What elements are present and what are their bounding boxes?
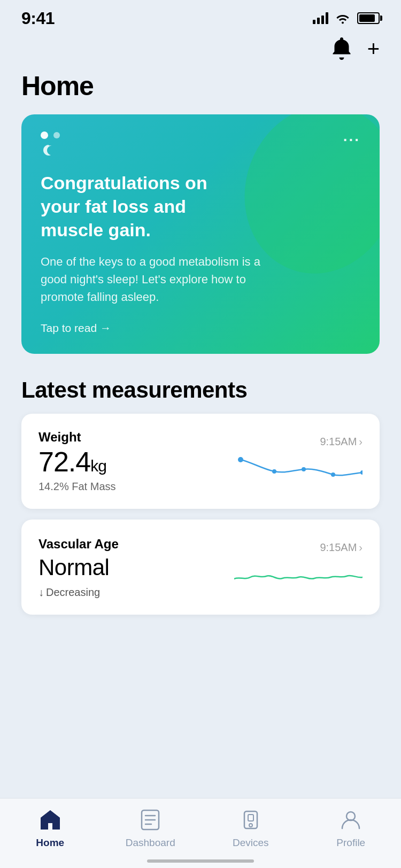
weight-card[interactable]: Weight 72.4kg 14.2% Fat Mass 9:15AM › [21, 414, 380, 509]
vascular-trend: ↓ Decreasing [38, 586, 119, 599]
top-action-bar: + [0, 32, 401, 65]
signal-icon [313, 12, 328, 24]
vascular-chart [234, 560, 363, 592]
home-tab-icon [37, 807, 63, 833]
svg-point-10 [249, 824, 252, 827]
svg-point-1 [272, 469, 276, 474]
weight-value: 72.4kg [38, 447, 116, 477]
dashboard-tab-icon [137, 807, 163, 833]
svg-rect-9 [244, 811, 257, 828]
svg-rect-11 [248, 815, 253, 821]
vascular-right: 9:15AM › [234, 541, 363, 592]
vascular-time: 9:15AM › [320, 541, 363, 554]
dashboard-tab-label: Dashboard [126, 837, 175, 849]
hero-title: Congratulations on your fat loss and mus… [41, 171, 244, 242]
hero-more-icon[interactable]: ··· [343, 131, 360, 149]
section-measurements-title: Latest measurements [0, 354, 401, 414]
status-bar: 9:41 [0, 0, 401, 32]
svg-point-3 [331, 472, 335, 477]
tab-bar: Home Dashboard Devices [0, 798, 401, 868]
home-tab-label: Home [36, 837, 64, 849]
status-time: 9:41 [21, 9, 55, 28]
hero-dot-2 [53, 132, 60, 138]
weight-right: 9:15AM › [234, 436, 363, 486]
svg-point-4 [360, 470, 363, 475]
weight-time: 9:15AM › [320, 436, 363, 448]
plus-icon: + [367, 38, 380, 59]
bell-icon [332, 37, 351, 60]
vascular-card[interactable]: Vascular Age Normal ↓ Decreasing 9:15AM … [21, 520, 380, 615]
status-icons [313, 12, 380, 24]
hero-body: One of the keys to a good metabolism is … [41, 253, 265, 306]
vascular-info: Vascular Age Normal ↓ Decreasing [38, 536, 119, 599]
weight-chart [234, 454, 363, 486]
hero-card[interactable]: ··· Congratulations on your fat loss and… [21, 114, 380, 354]
vascular-label: Vascular Age Normal [38, 536, 119, 583]
weight-label: Weight [38, 430, 116, 445]
profile-tab-label: Profile [336, 837, 365, 849]
hero-cta[interactable]: Tap to read → [41, 322, 111, 334]
hero-dot-1 [41, 131, 48, 139]
devices-tab-label: Devices [233, 837, 269, 849]
page-title: Home [0, 65, 401, 114]
wifi-icon [335, 12, 351, 24]
vascular-chevron: › [359, 541, 363, 554]
tab-devices[interactable]: Devices [213, 807, 288, 849]
notification-button[interactable] [332, 37, 351, 60]
add-button[interactable]: + [367, 38, 380, 59]
svg-point-12 [346, 812, 355, 820]
tab-dashboard[interactable]: Dashboard [113, 807, 188, 849]
weight-info: Weight 72.4kg 14.2% Fat Mass [38, 430, 116, 493]
battery-icon [357, 12, 380, 24]
home-indicator [147, 859, 254, 863]
svg-point-2 [302, 467, 306, 471]
tab-home[interactable]: Home [13, 807, 88, 849]
tab-profile[interactable]: Profile [313, 807, 388, 849]
profile-tab-icon [338, 807, 364, 833]
devices-tab-icon [238, 807, 264, 833]
weight-sub: 14.2% Fat Mass [38, 480, 116, 493]
weight-chevron: › [359, 436, 363, 448]
